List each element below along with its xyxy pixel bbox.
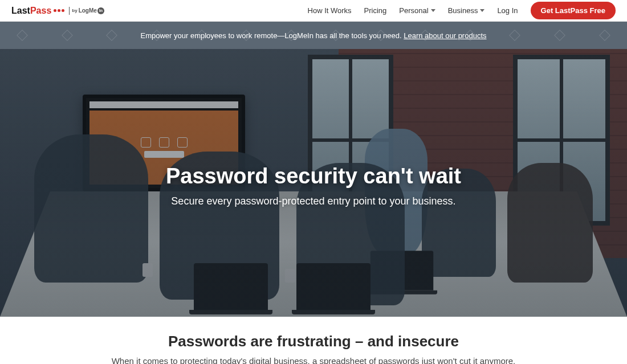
nav-login[interactable]: Log In	[497, 6, 518, 15]
hero-text: Password security can't wait Secure ever…	[0, 49, 627, 317]
hero: Password security can't wait Secure ever…	[0, 49, 627, 317]
brand-parent: LogMe	[79, 7, 97, 14]
announcement-text: Empower your employees to work remote—Lo…	[140, 31, 404, 40]
intro-section: Passwords are frustrating – and insecure…	[0, 317, 627, 364]
hero-subtitle: Secure every password-protected entry po…	[171, 195, 455, 207]
nav-pricing[interactable]: Pricing	[364, 6, 387, 15]
brand-divider	[69, 7, 70, 15]
nav-label: Log In	[497, 6, 518, 15]
hero-title: Password security can't wait	[166, 164, 461, 189]
nav-personal[interactable]: Personal	[399, 6, 435, 15]
brand-part2: Pass	[30, 6, 51, 16]
brand-in-badge-icon: In	[97, 7, 104, 14]
get-lastpass-free-button[interactable]: Get LastPass Free	[531, 2, 616, 19]
intro-body: When it comes to protecting today's digi…	[23, 356, 604, 364]
chevron-down-icon	[431, 9, 435, 12]
chevron-down-icon	[480, 9, 484, 12]
nav-business[interactable]: Business	[448, 6, 485, 15]
brand-logo[interactable]: LastPass by LogMe In	[11, 6, 104, 16]
announcement-link[interactable]: Learn about our products	[404, 31, 486, 40]
announcement-bar: Empower your employees to work remote—Lo…	[0, 22, 627, 49]
announcement-content: Empower your employees to work remote—Lo…	[140, 31, 486, 40]
nav-label: Personal	[399, 6, 428, 15]
nav-label: Pricing	[364, 6, 387, 15]
site-header: LastPass by LogMe In How It Works Pricin…	[0, 0, 627, 22]
intro-title: Passwords are frustrating – and insecure	[23, 333, 604, 350]
nav-label: How It Works	[308, 6, 352, 15]
nav-label: Business	[448, 6, 478, 15]
brand-part1: Last	[11, 6, 30, 16]
primary-nav: How It Works Pricing Personal Business L…	[308, 2, 616, 19]
brand-by: by	[72, 9, 77, 13]
brand-dots-icon	[54, 9, 64, 12]
nav-how-it-works[interactable]: How It Works	[308, 6, 352, 15]
